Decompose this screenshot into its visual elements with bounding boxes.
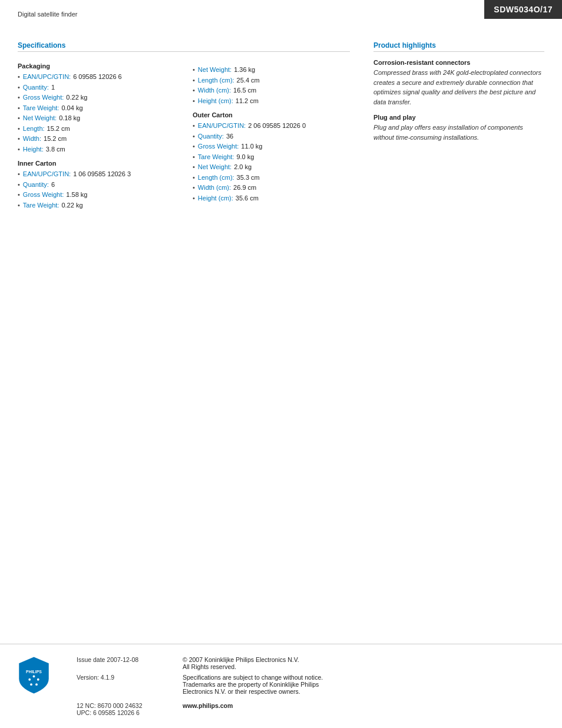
list-item: Gross Weight:0.22 kg	[18, 93, 175, 103]
list-item: Quantity:1	[18, 83, 175, 93]
footer-website: www.philips.com	[183, 702, 544, 709]
list-item: Height (cm):35.6 cm	[193, 193, 350, 203]
version-value: Specifications are subject to change wit…	[183, 674, 544, 695]
svg-text:PHILIPS: PHILIPS	[26, 670, 42, 674]
list-item: Gross Weight:11.0 kg	[193, 141, 350, 151]
highlight-title: Plug and play	[373, 114, 544, 121]
packaging-col2-list: Net Weight:1.36 kgLength (cm):25.4 cmWid…	[193, 65, 350, 106]
footer-nc: 12 NC: 8670 000 24632 UPC: 6 09585 12026…	[77, 702, 171, 716]
list-item: EAN/UPC/GTIN:1 06 09585 12026 3	[18, 169, 175, 179]
highlight-title: Corrosion-resistant connectors	[373, 59, 544, 66]
highlights-section: Product highlights Corrosion-resistant c…	[362, 41, 544, 216]
list-item: Length (cm):35.3 cm	[193, 173, 350, 183]
svg-point-3	[35, 683, 38, 686]
outer-carton-heading: Outer Carton	[193, 111, 350, 118]
inner-carton-heading: Inner Carton	[18, 160, 175, 167]
list-item: Tare Weight:0.22 kg	[18, 200, 175, 210]
list-item: Length (cm):25.4 cm	[193, 75, 350, 85]
list-item: Net Weight:2.0 kg	[193, 162, 350, 172]
list-item: Height:3.8 cm	[18, 144, 175, 154]
footer: PHILIPS Issue date 2007-12-08 © 2007 Kon…	[0, 644, 562, 728]
list-item: Gross Weight:1.58 kg	[18, 190, 175, 200]
philips-logo: PHILIPS	[18, 656, 65, 696]
highlight-description: Plug and play offers easy installation o…	[373, 123, 544, 142]
right-specs-col: Net Weight:1.36 kgLength (cm):25.4 cmWid…	[193, 57, 350, 216]
model-header: SDW5034O/17	[484, 0, 562, 19]
version-label: Version: 4.1.9	[77, 674, 171, 681]
page-title: Digital satellite finder	[0, 0, 562, 24]
list-item: Length:15.2 cm	[18, 124, 175, 134]
list-item: Quantity:36	[193, 131, 350, 141]
svg-point-5	[28, 678, 31, 681]
left-specs-col: Packaging EAN/UPC/GTIN:6 09585 12026 6Qu…	[18, 57, 175, 216]
list-item: EAN/UPC/GTIN:2 06 09585 12026 0	[193, 121, 350, 131]
list-item: EAN/UPC/GTIN:6 09585 12026 6	[18, 72, 175, 82]
list-item: Width (cm):26.9 cm	[193, 183, 350, 193]
list-item: Width (cm):16.5 cm	[193, 85, 350, 95]
inner-carton-list: EAN/UPC/GTIN:1 06 09585 12026 3Quantity:…	[18, 169, 175, 210]
list-item: Tare Weight:9.0 kg	[193, 152, 350, 162]
packaging-list: EAN/UPC/GTIN:6 09585 12026 6Quantity:1Gr…	[18, 72, 175, 154]
list-item: Quantity:6	[18, 180, 175, 190]
svg-point-2	[37, 678, 39, 681]
packaging-heading: Packaging	[18, 62, 175, 70]
highlights-container: Corrosion-resistant connectorsCompressed…	[373, 59, 544, 142]
specifications-heading: Specifications	[18, 41, 350, 52]
highlight-description: Compressed brass with 24K gold-electropl…	[373, 68, 544, 107]
svg-point-1	[33, 676, 35, 678]
list-item: Tare Weight:0.04 kg	[18, 103, 175, 113]
issue-date-label: Issue date 2007-12-08	[77, 656, 171, 663]
outer-carton-list: EAN/UPC/GTIN:2 06 09585 12026 0Quantity:…	[193, 121, 350, 203]
issue-date-value: © 2007 Koninklijke Philips Electronics N…	[183, 656, 544, 670]
highlights-heading: Product highlights	[373, 41, 544, 52]
svg-point-4	[30, 683, 32, 686]
list-item: Net Weight:0.18 kg	[18, 113, 175, 123]
list-item: Net Weight:1.36 kg	[193, 65, 350, 75]
list-item: Width:15.2 cm	[18, 134, 175, 144]
list-item: Height (cm):11.2 cm	[193, 96, 350, 106]
footer-meta: Issue date 2007-12-08 © 2007 Koninklijke…	[77, 656, 544, 716]
specifications-section: Specifications Packaging EAN/UPC/GTIN:6 …	[18, 41, 362, 216]
